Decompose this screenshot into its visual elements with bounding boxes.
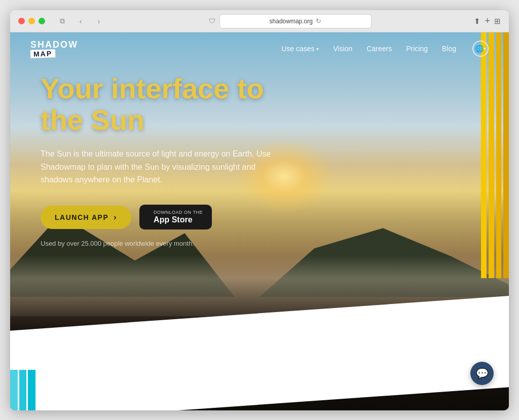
nav-careers[interactable]: Careers xyxy=(366,45,392,53)
nav-links: Use cases ▾ Vision Careers Pricing Blog xyxy=(281,41,489,57)
nav-vision[interactable]: Vision xyxy=(333,45,352,53)
blue-bar-2 xyxy=(19,370,27,410)
close-button[interactable] xyxy=(18,18,25,24)
share-icon[interactable]: ⬆ xyxy=(474,17,480,26)
chat-icon: 💬 xyxy=(476,367,489,379)
nav-pricing[interactable]: Pricing xyxy=(406,45,428,53)
shield-icon: 🛡 xyxy=(209,17,215,25)
logo[interactable]: SHADOW MAP xyxy=(30,40,78,58)
browser-controls: ⧉ ‹ › xyxy=(55,14,106,28)
nav-blog-label: Blog xyxy=(442,45,456,53)
yellow-bar-4 xyxy=(503,32,509,278)
app-store-name: App Store xyxy=(154,215,192,224)
url-text: shadowmap.org xyxy=(270,18,313,25)
blue-bar-1 xyxy=(10,370,18,410)
logo-shadow-text: SHADOW xyxy=(30,40,78,49)
window-icon[interactable]: ⧉ xyxy=(55,14,69,28)
yellow-bar-1 xyxy=(481,32,487,278)
nav-use-cases[interactable]: Use cases ▾ xyxy=(281,45,319,53)
yellow-bar-2 xyxy=(489,32,494,278)
hero-content: Your interface to the Sun The Sun is the… xyxy=(41,73,284,247)
globe-icon: 🌐 xyxy=(475,45,484,53)
website-content: SHADOW MAP Use cases ▾ Vision Careers xyxy=(10,32,509,410)
chevron-down-icon: ▾ xyxy=(316,46,319,52)
language-selector[interactable]: 🌐 ▾ xyxy=(472,41,489,57)
nav-pricing-label: Pricing xyxy=(406,45,428,53)
maximize-button[interactable] xyxy=(39,18,45,24)
navbar: SHADOW MAP Use cases ▾ Vision Careers xyxy=(10,32,509,65)
social-proof-text: Used by over 25.000 people worldwide eve… xyxy=(41,240,284,247)
address-bar[interactable]: shadowmap.org ↻ xyxy=(219,14,372,28)
address-bar-container: 🛡 shadowmap.org ↻ xyxy=(112,14,468,28)
logo-map-text: MAP xyxy=(30,49,56,58)
arrow-icon: › xyxy=(114,213,117,222)
chat-button[interactable]: 💬 xyxy=(470,362,494,385)
minimize-button[interactable] xyxy=(28,18,35,24)
launch-app-button[interactable]: LAUNCH APP › xyxy=(41,206,131,229)
hero-subtitle: The Sun is the ultimate source of light … xyxy=(41,147,284,186)
yellow-bar-3 xyxy=(496,32,502,278)
browser-right-controls: ⬆ + ⊞ xyxy=(474,16,501,26)
reload-icon[interactable]: ↻ xyxy=(316,17,321,25)
yellow-bars xyxy=(481,32,509,278)
launch-app-label: LAUNCH APP xyxy=(55,213,108,221)
download-on-label: Download on the xyxy=(154,210,203,215)
hero-title-line1: Your interface to xyxy=(41,72,264,104)
newtab-icon[interactable]: + xyxy=(485,16,490,26)
nav-vision-label: Vision xyxy=(333,45,352,53)
hero-title-line2: the Sun xyxy=(41,104,144,136)
hero-buttons: LAUNCH APP › Download on the App Store xyxy=(41,205,284,230)
browser-titlebar: ⧉ ‹ › 🛡 shadowmap.org ↻ ⬆ + ⊞ xyxy=(10,10,509,32)
hero-section: SHADOW MAP Use cases ▾ Vision Careers xyxy=(10,32,509,410)
grid-icon[interactable]: ⊞ xyxy=(494,17,501,26)
nav-blog[interactable]: Blog xyxy=(442,45,456,53)
blue-bars xyxy=(10,370,35,410)
blue-bar-3 xyxy=(28,370,35,410)
back-button[interactable]: ‹ xyxy=(73,14,88,28)
lang-chevron-icon: ▾ xyxy=(484,46,486,51)
browser-window: ⧉ ‹ › 🛡 shadowmap.org ↻ ⬆ + ⊞ xyxy=(10,10,509,410)
forward-button[interactable]: › xyxy=(92,14,106,28)
nav-careers-label: Careers xyxy=(366,45,392,53)
traffic-lights xyxy=(18,18,45,24)
nav-use-cases-label: Use cases xyxy=(281,45,314,53)
app-store-button[interactable]: Download on the App Store xyxy=(139,205,212,230)
app-store-text: Download on the App Store xyxy=(154,210,203,224)
hero-title: Your interface to the Sun xyxy=(41,73,284,135)
